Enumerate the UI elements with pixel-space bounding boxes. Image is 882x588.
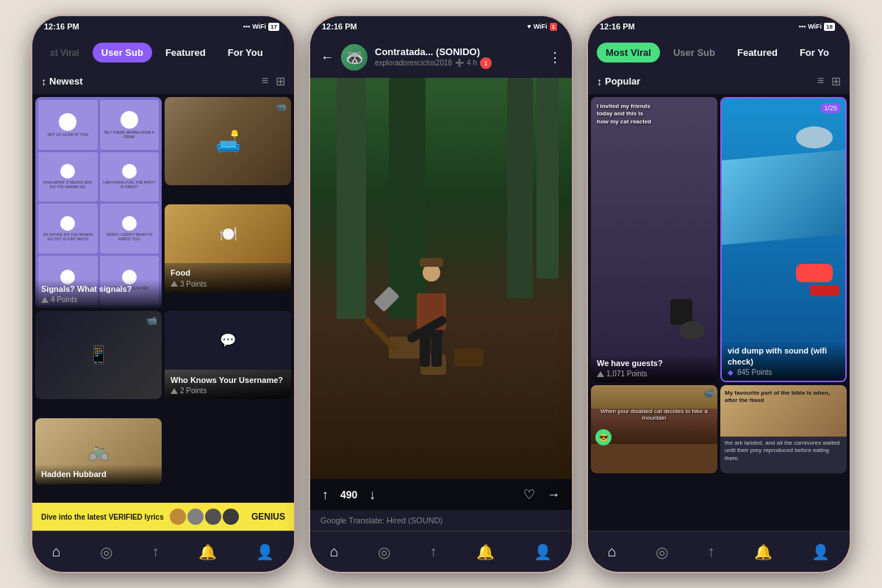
ad-text: Dive into the latest VERIFIED lyrics: [41, 513, 164, 521]
tab-most-viral-left[interactable]: st Viral: [41, 43, 88, 62]
video-header: ← 🦝 Contratada... (SONIDO) exploradoresc…: [310, 37, 572, 78]
filter-icon-left[interactable]: ≡: [262, 74, 268, 88]
phones-container: 12:16 PM ▪▪▪ WiFi 17 st Viral User Sub F…: [0, 0, 882, 588]
status-bar-right: 12:16 PM ▪▪▪ WiFi 18: [588, 16, 850, 37]
filter-icon-right[interactable]: ≡: [817, 74, 824, 88]
feed-item-title-bike: Hadden Hubbard: [41, 469, 156, 479]
battery-left: 17: [268, 23, 279, 31]
nav-home-right[interactable]: ⌂: [602, 540, 623, 563]
sort-icons-left: ≡ ⊞: [262, 74, 285, 88]
phone-middle: 12:16 PM ♥ WiFi 1 ← 🦝 Contratada... (SON…: [309, 15, 573, 573]
nav-home-middle[interactable]: ⌂: [324, 540, 345, 563]
feed-item-title-cat: We have guests?: [597, 358, 711, 368]
tab-featured-right[interactable]: Featured: [728, 43, 786, 62]
sort-text-right: Popular: [605, 76, 640, 87]
notification-badge: 1: [480, 57, 492, 69]
feed-item-points-cat: 1,071 Points: [597, 370, 711, 378]
ad-avatar-3: [205, 509, 221, 525]
feed-item-overlay-comic: Signals? What signals? 4 Points: [35, 279, 162, 308]
points-arrow-icon-cat: [597, 371, 604, 377]
nav-bell-right[interactable]: 🔔: [748, 540, 778, 564]
list-item-username[interactable]: 💬 Who Knows Your Username? 2 Points: [165, 311, 291, 399]
sort-label-left[interactable]: ↕ Newest: [41, 76, 83, 87]
nav-bell-left[interactable]: 🔔: [193, 540, 223, 564]
feed-item-points-food: 3 Points: [171, 280, 285, 288]
feed-grid-left: NOT SO GOOD AT THIS HEY THERE WANNA GRAB…: [32, 94, 294, 503]
feed-item-overlay-bike: Hadden Hubbard: [35, 465, 162, 484]
heart-icon-middle: ♥: [527, 23, 531, 30]
video-area: [310, 78, 572, 479]
list-item-cat[interactable]: I invited my friends today and this is h…: [591, 97, 717, 382]
ark-text-body: the ark landed, and all the carnivores w…: [720, 437, 847, 465]
sort-icons-right: ≡ ⊞: [817, 74, 841, 88]
heart-button[interactable]: ♡: [523, 487, 535, 503]
sort-arrow-icon-right: ↕: [597, 76, 602, 87]
ad-banner[interactable]: Dive into the latest VERIFIED lyrics GEN…: [32, 503, 294, 531]
channel-info: Contratada... (SONIDO) exploradoresciclo…: [375, 46, 541, 69]
list-item-room[interactable]: 📹: [165, 97, 291, 185]
list-item-mountain[interactable]: When your disabled cat decides to hike a…: [591, 385, 717, 473]
tab-featured-left[interactable]: Featured: [157, 43, 215, 62]
nav-upload-middle[interactable]: ↑: [424, 540, 443, 563]
list-item-surf[interactable]: 1/25 vid dump with sound (wifi check) ◆ …: [720, 97, 847, 382]
channel-avatar: 🦝: [341, 44, 368, 71]
feed-item-title-food: Food: [171, 268, 285, 278]
feed-item-title-username: Who Knows Your Username?: [171, 375, 285, 385]
downvote-button[interactable]: ↓: [369, 487, 376, 503]
list-item-ark[interactable]: My favourite part of the bible is when, …: [720, 385, 847, 473]
status-time-middle: 12:16 PM: [322, 22, 357, 31]
nav-user-left[interactable]: 👤: [250, 540, 280, 564]
nav-user-middle[interactable]: 👤: [528, 540, 558, 564]
status-time-right: 12:16 PM: [600, 22, 635, 31]
ad-avatar-2: [187, 509, 204, 525]
sort-bar-right: ↕ Popular ≡ ⊞: [588, 68, 850, 94]
feed-item-overlay-cat: We have guests? 1,071 Points: [591, 354, 717, 382]
phone-content-left: st Viral User Sub Featured For You ↕ New…: [32, 37, 294, 572]
vote-count: 490: [340, 489, 357, 501]
sort-label-right[interactable]: ↕ Popular: [597, 76, 640, 87]
nav-home-left[interactable]: ⌂: [46, 540, 67, 563]
list-item-bike[interactable]: 🚲 Hadden Hubbard: [35, 418, 162, 484]
nav-explore-middle[interactable]: ◎: [372, 540, 396, 564]
battery-right: 18: [824, 23, 835, 31]
status-bar-left: 12:16 PM ▪▪▪ WiFi 17: [32, 16, 294, 37]
list-item-food[interactable]: 🍽️ Food 3 Points: [165, 204, 291, 293]
tab-most-viral-right[interactable]: Most Viral: [597, 43, 660, 62]
points-arrow-icon: [41, 297, 49, 303]
status-icons-middle: ♥ WiFi 1: [527, 23, 557, 31]
phone-content-middle: ← 🦝 Contratada... (SONIDO) exploradoresc…: [310, 37, 572, 572]
tab-for-you-right[interactable]: For Yo: [791, 43, 838, 62]
upvote-button[interactable]: ↑: [322, 487, 329, 503]
back-button[interactable]: ←: [320, 50, 334, 65]
nav-bell-middle[interactable]: 🔔: [470, 540, 501, 564]
video-cam-icon-phone: 📹: [146, 315, 157, 326]
feed-item-points-username: 2 Points: [171, 387, 285, 395]
ad-avatars: [170, 509, 239, 525]
list-item-comic[interactable]: NOT SO GOOD AT THIS HEY THERE WANNA GRAB…: [35, 97, 162, 308]
status-icons-left: ▪▪▪ WiFi 17: [243, 23, 279, 31]
phone-left: 12:16 PM ▪▪▪ WiFi 17 st Viral User Sub F…: [31, 15, 295, 573]
nav-upload-left[interactable]: ↑: [146, 540, 165, 563]
tab-user-sub-right[interactable]: User Sub: [664, 43, 724, 62]
tab-for-you-left[interactable]: For You: [219, 43, 272, 62]
tab-user-sub-left[interactable]: User Sub: [93, 43, 152, 62]
status-bar-middle: 12:16 PM ♥ WiFi 1: [310, 16, 572, 37]
time-ago: 4 h: [467, 59, 477, 67]
points-text-username: 2 Points: [180, 387, 207, 395]
nav-explore-left[interactable]: ◎: [94, 540, 118, 564]
nav-user-right[interactable]: 👤: [806, 540, 836, 564]
bottom-nav-right: ⌂ ◎ ↑ 🔔 👤: [588, 531, 850, 572]
feed-grid-right: I invited my friends today and this is h…: [588, 94, 850, 531]
channel-name-text[interactable]: exploradoresciclos2018: [375, 59, 452, 67]
wifi-icon: WiFi: [252, 23, 266, 30]
ad-avatar-1: [170, 509, 186, 525]
share-button[interactable]: →: [547, 487, 560, 503]
grid-icon-left[interactable]: ⊞: [276, 74, 285, 88]
nav-upload-right[interactable]: ↑: [702, 540, 721, 563]
wifi-icon-right: WiFi: [808, 23, 822, 30]
channel-plus-icon[interactable]: ➕: [455, 59, 464, 67]
nav-explore-right[interactable]: ◎: [650, 540, 674, 564]
list-item-phone[interactable]: 📱 📹: [35, 311, 162, 399]
more-menu-button[interactable]: ⋮: [548, 49, 562, 65]
grid-icon-right[interactable]: ⊞: [831, 74, 841, 88]
